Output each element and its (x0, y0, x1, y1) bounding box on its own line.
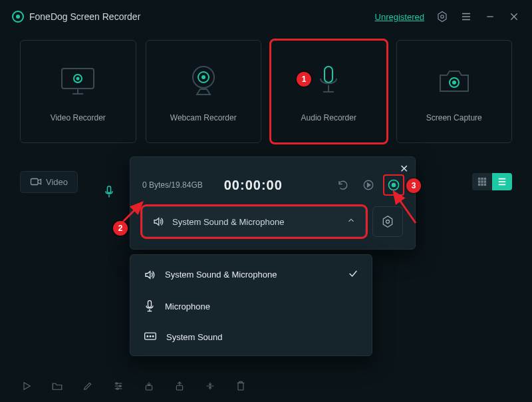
chevron-up-icon (346, 216, 356, 228)
mode-audio-label: Audio Recorder (301, 113, 356, 122)
camera-icon (434, 61, 474, 101)
dropdown-item-label: System Sound & Microphone (165, 270, 277, 280)
speaker-icon (144, 269, 156, 281)
svg-rect-34 (107, 186, 110, 193)
audio-source-select[interactable]: System Sound & Microphone (142, 206, 366, 237)
svg-point-47 (150, 335, 151, 337)
svg-rect-27 (484, 180, 487, 183)
menu-icon[interactable] (460, 11, 472, 23)
mode-video-recorder[interactable]: Video Recorder (20, 40, 136, 143)
svg-rect-22 (478, 178, 481, 180)
system-sound-icon (144, 331, 157, 342)
app-logo-icon (12, 11, 24, 23)
view-toggle (472, 173, 512, 190)
audio-source-dropdown: System Sound & Microphone Microphone Sys… (130, 254, 372, 356)
unregistered-link[interactable]: Unregistered (375, 12, 424, 22)
list-view-button[interactable] (492, 173, 512, 190)
check-icon (348, 268, 358, 281)
trash-icon[interactable] (234, 379, 247, 393)
video-tab[interactable]: Video (20, 171, 78, 193)
recording-panel: ✕ 0 Bytes/19.84GB 00:00:00 System Sound … (130, 156, 416, 250)
svg-marker-37 (368, 183, 371, 187)
dropdown-item-system-and-mic[interactable]: System Sound & Microphone (130, 259, 372, 290)
close-icon[interactable] (508, 11, 520, 23)
grid-view-button[interactable] (472, 173, 492, 190)
mode-screen-capture[interactable]: Screen Capture (396, 40, 513, 143)
panel-row2: System Sound & Microphone (130, 206, 415, 249)
svg-rect-58 (146, 385, 152, 390)
svg-marker-0 (438, 12, 446, 22)
export-icon[interactable] (173, 379, 186, 393)
annotation-badge-2: 2 (113, 221, 128, 236)
svg-rect-30 (484, 184, 487, 186)
audio-source-label: System Sound & Microphone (172, 217, 338, 227)
svg-rect-16 (325, 67, 332, 83)
svg-point-20 (452, 81, 456, 85)
title-bar: FoneDog Screen Recorder Unregistered (0, 0, 532, 33)
mode-capture-label: Screen Capture (426, 113, 482, 122)
folder-icon[interactable] (51, 379, 64, 393)
dropdown-item-label: Microphone (165, 302, 210, 311)
svg-point-48 (152, 335, 154, 337)
import-icon[interactable] (142, 379, 156, 393)
timer-text: 00:00:00 (224, 178, 283, 193)
svg-point-46 (147, 335, 148, 337)
annotation-badge-3: 3 (406, 178, 421, 193)
minimize-icon[interactable] (484, 11, 496, 23)
panel-close-icon[interactable]: ✕ (400, 162, 408, 175)
microphone-icon (144, 300, 156, 313)
microphone-icon (309, 61, 348, 101)
compress-icon[interactable] (203, 379, 217, 393)
speaker-icon (152, 216, 164, 228)
svg-rect-21 (31, 179, 39, 185)
svg-rect-59 (176, 385, 182, 390)
mode-webcam-recorder[interactable]: Webcam Recorder (146, 40, 262, 143)
svg-line-50 (394, 192, 416, 223)
svg-rect-23 (481, 178, 483, 180)
play-icon[interactable] (359, 176, 378, 194)
monitor-icon (58, 61, 98, 101)
mode-webcam-label: Webcam Recorder (170, 113, 237, 122)
title-left: FoneDog Screen Recorder (12, 11, 140, 23)
dropdown-item-system-sound[interactable]: System Sound (130, 322, 372, 351)
annotation-badge-1: 1 (297, 72, 311, 87)
storage-text: 0 Bytes/19.84GB (142, 180, 203, 190)
video-tab-label: Video (46, 177, 68, 187)
annotation-arrow-3 (386, 186, 426, 233)
svg-rect-25 (478, 180, 481, 183)
svg-point-12 (76, 77, 80, 80)
svg-rect-42 (148, 301, 152, 307)
svg-point-1 (441, 15, 444, 19)
svg-point-15 (201, 75, 205, 79)
svg-rect-26 (481, 180, 483, 183)
sliders-icon[interactable] (112, 379, 125, 393)
svg-rect-29 (481, 184, 483, 186)
dropdown-item-microphone[interactable]: Microphone (130, 290, 372, 322)
bottom-toolbar (20, 379, 247, 393)
undo-icon[interactable] (334, 176, 352, 194)
play-icon[interactable] (20, 379, 33, 393)
svg-rect-24 (484, 178, 487, 180)
app-title: FoneDog Screen Recorder (29, 11, 140, 22)
mode-audio-recorder[interactable]: Audio Recorder (271, 40, 387, 143)
settings-gear-icon[interactable] (436, 11, 448, 23)
svg-rect-61 (238, 383, 243, 390)
panel-top: 0 Bytes/19.84GB 00:00:00 (130, 157, 415, 206)
svg-rect-28 (478, 184, 481, 186)
webcam-icon (184, 61, 223, 101)
edit-icon[interactable] (81, 379, 94, 393)
dropdown-item-label: System Sound (166, 332, 223, 342)
svg-marker-51 (24, 383, 30, 390)
title-right: Unregistered (375, 11, 520, 23)
mode-cards: Video Recorder Webcam Recorder Audio Rec… (0, 33, 532, 155)
mode-video-label: Video Recorder (51, 113, 106, 122)
